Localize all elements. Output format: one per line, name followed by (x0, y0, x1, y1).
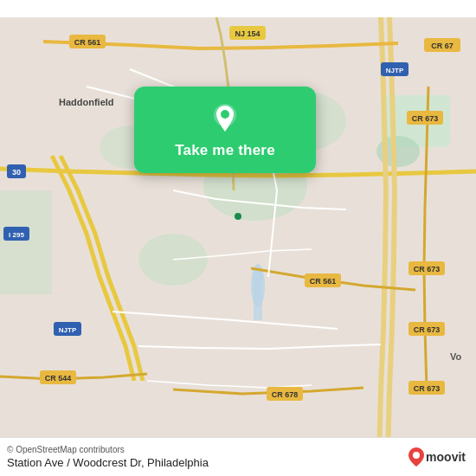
svg-text:NJTP: NJTP (386, 67, 404, 74)
map-container: CR 561 NJ 154 CR 67 NJTP CR 673 Haddonfi… (0, 0, 476, 476)
map-svg: CR 561 NJ 154 CR 67 NJTP CR 673 Haddonfi… (0, 0, 476, 476)
map-attribution: © OpenStreetMap contributors (7, 445, 209, 454)
svg-point-40 (235, 213, 241, 220)
bottom-bar: © OpenStreetMap contributors Station Ave… (0, 437, 476, 476)
svg-text:CR 673: CR 673 (414, 325, 441, 334)
svg-text:CR 678: CR 678 (272, 390, 299, 399)
svg-text:Haddonfield: Haddonfield (59, 97, 114, 107)
bottom-info: © OpenStreetMap contributors Station Ave… (7, 445, 209, 469)
moovit-brand-name: moovit (426, 450, 466, 464)
svg-rect-7 (0, 190, 52, 294)
map-popup[interactable]: Take me there (134, 87, 316, 173)
svg-text:I 295: I 295 (9, 231, 24, 239)
svg-text:CR 673: CR 673 (414, 384, 441, 393)
svg-text:Vo: Vo (450, 351, 462, 362)
location-pin-icon (209, 102, 241, 135)
svg-text:CR 544: CR 544 (45, 374, 72, 383)
location-name: Station Ave / Woodcrest Dr, Philadelphia (7, 456, 209, 469)
svg-text:CR 673: CR 673 (412, 114, 439, 123)
svg-point-43 (413, 452, 420, 459)
moovit-logo: moovit (408, 447, 466, 466)
svg-point-42 (221, 110, 229, 119)
moovit-pin-icon (408, 447, 424, 466)
svg-text:NJ 154: NJ 154 (235, 29, 260, 38)
svg-text:CR 673: CR 673 (414, 265, 441, 273)
svg-text:NJTP: NJTP (59, 326, 77, 334)
svg-text:CR 67: CR 67 (431, 42, 453, 50)
svg-text:CR 561: CR 561 (310, 277, 337, 286)
svg-text:30: 30 (12, 168, 21, 177)
svg-rect-9 (254, 268, 262, 320)
svg-text:CR 561: CR 561 (74, 38, 101, 47)
popup-label: Take me there (175, 142, 275, 159)
